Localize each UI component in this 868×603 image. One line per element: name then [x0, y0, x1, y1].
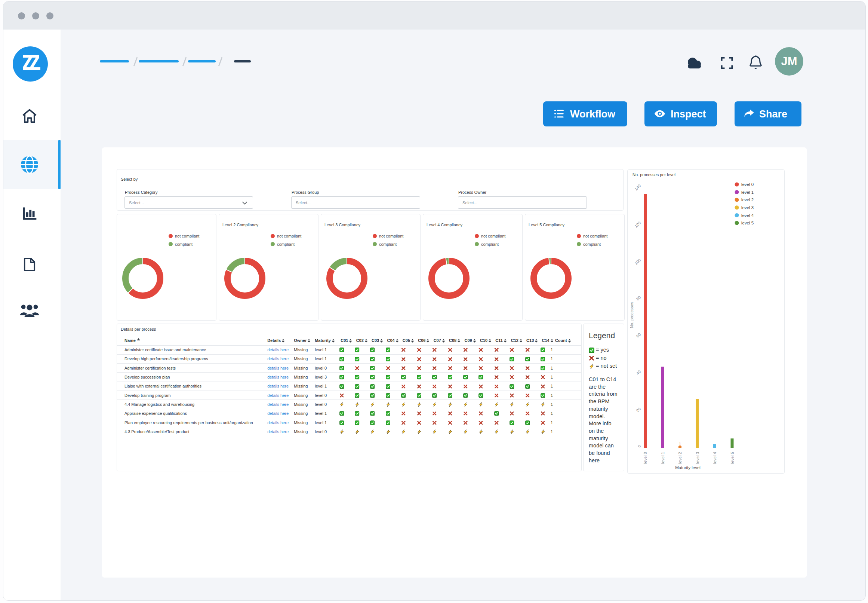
svg-text:40: 40 [635, 369, 641, 376]
svg-text:20: 20 [635, 407, 641, 413]
svg-text:not compliant: not compliant [583, 234, 607, 238]
svg-text:1: 1 [679, 442, 681, 446]
svg-text:Maturity level: Maturity level [675, 465, 700, 470]
svg-text:level 4: level 4 [741, 213, 754, 218]
svg-text:level 0: level 0 [741, 182, 754, 187]
svg-text:80: 80 [635, 295, 641, 301]
svg-text:compliant: compliant [277, 242, 294, 246]
svg-text:not compliant: not compliant [277, 234, 301, 238]
svg-text:level 5: level 5 [730, 452, 735, 464]
svg-text:level 2: level 2 [678, 452, 682, 464]
svg-text:compliant: compliant [481, 242, 499, 246]
svg-text:compliant: compliant [379, 242, 396, 246]
svg-text:120: 120 [634, 220, 641, 228]
svg-text:compliant: compliant [583, 242, 601, 246]
svg-text:level 3: level 3 [695, 452, 700, 464]
svg-text:0: 0 [637, 444, 642, 448]
svg-text:level 1: level 1 [660, 452, 665, 464]
svg-text:100: 100 [634, 258, 641, 266]
svg-text:not compliant: not compliant [175, 234, 199, 238]
svg-text:level 4: level 4 [712, 452, 717, 464]
svg-text:60: 60 [635, 332, 641, 339]
svg-text:compliant: compliant [175, 242, 193, 246]
svg-text:level 0: level 0 [643, 452, 648, 464]
svg-text:level 5: level 5 [741, 221, 754, 225]
svg-text:level 2: level 2 [741, 198, 754, 202]
svg-text:not compliant: not compliant [481, 234, 506, 238]
svg-text:140: 140 [634, 183, 641, 191]
svg-text:level 3: level 3 [741, 206, 754, 210]
svg-text:not compliant: not compliant [379, 234, 403, 238]
svg-text:level 1: level 1 [741, 190, 754, 195]
svg-text:No. processes: No. processes [629, 302, 634, 328]
